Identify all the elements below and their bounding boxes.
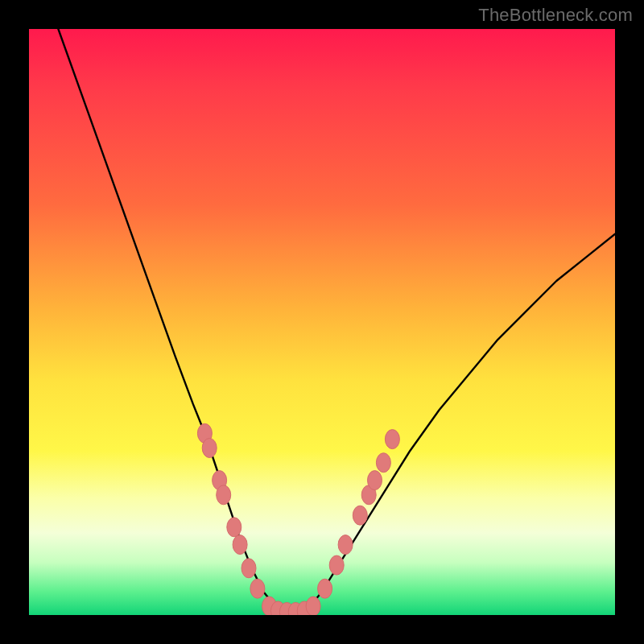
curve-marker bbox=[306, 597, 320, 615]
curve-marker bbox=[233, 535, 247, 555]
curve-marker bbox=[353, 506, 367, 525]
curve-marker bbox=[376, 453, 390, 473]
chart-svg bbox=[29, 29, 615, 615]
curve-marker bbox=[217, 485, 231, 505]
chart-frame: TheBottleneck.com bbox=[0, 0, 644, 644]
watermark-label: TheBottleneck.com bbox=[478, 5, 633, 26]
curve-marker bbox=[368, 471, 382, 490]
bottleneck-curve bbox=[58, 29, 615, 612]
curve-marker bbox=[250, 579, 265, 598]
curve-marker bbox=[338, 535, 353, 555]
curve-marker bbox=[385, 430, 399, 449]
curve-marker bbox=[202, 439, 217, 458]
plot-area bbox=[29, 29, 615, 615]
curve-marker bbox=[227, 518, 242, 537]
curve-marker bbox=[318, 579, 332, 598]
curve-marker bbox=[329, 555, 344, 575]
curve-marker bbox=[242, 559, 256, 578]
curve-markers bbox=[197, 423, 399, 615]
